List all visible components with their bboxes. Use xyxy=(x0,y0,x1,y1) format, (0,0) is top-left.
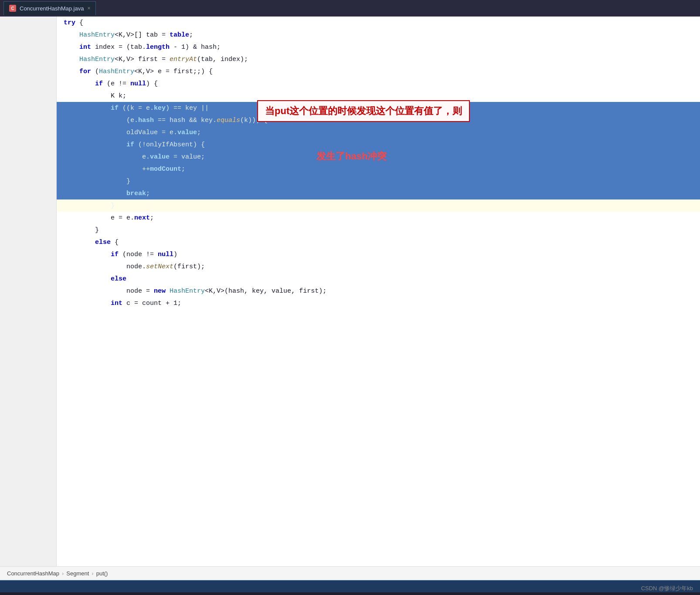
code-line-10: oldValue = e.value; xyxy=(57,126,700,139)
line-number-gutter xyxy=(0,17,57,566)
status-bar: CSDN @惨绿少年kb xyxy=(0,580,700,592)
code-line-15: break; xyxy=(57,187,700,199)
code-area: try { HashEntry<K,V>[] tab = table; int … xyxy=(0,17,700,566)
code-line-4: HashEntry<K,V> first = entryAt(tab, inde… xyxy=(57,53,700,65)
code-line-20: if (node != null) xyxy=(57,248,700,260)
breadcrumb-sep2: › xyxy=(92,570,93,577)
annotation-box-1: 当put这个位置的时候发现这个位置有值了，则 xyxy=(257,100,470,122)
code-line-22: else xyxy=(57,273,700,285)
breadcrumb-part1: ConcurrentHashMap xyxy=(7,570,59,577)
title-bar: C ConcurrentHashMap.java × xyxy=(0,0,700,17)
breadcrumb-bar: ConcurrentHashMap › Segment › put() xyxy=(0,566,700,580)
code-line-5: for (HashEntry<K,V> e = first;;) { xyxy=(57,65,700,78)
breadcrumb-part3: put() xyxy=(96,570,108,577)
csdn-watermark: CSDN @惨绿少年kb xyxy=(641,585,693,592)
code-line-3: int index = (tab.length - 1) & hash; xyxy=(57,41,700,53)
file-tab[interactable]: C ConcurrentHashMap.java × xyxy=(3,1,96,15)
code-line-24: int c = count + 1; xyxy=(57,297,700,309)
code-line-18: } xyxy=(57,224,700,236)
annotation-box-2: 发生了hash冲突 xyxy=(309,147,394,166)
code-line-17: e = e.next; xyxy=(57,212,700,224)
tab-close-button[interactable]: × xyxy=(87,5,90,11)
code-line-16: } xyxy=(57,199,700,212)
code-line-21: node.setNext(first); xyxy=(57,260,700,273)
code-line-14: } xyxy=(57,175,700,187)
code-line-1: try { xyxy=(57,17,700,29)
breadcrumb-sep1: › xyxy=(62,570,64,577)
code-line-19: else { xyxy=(57,236,700,248)
kw-try: try xyxy=(64,19,75,27)
code-line-23: node = new HashEntry<K,V>(hash, key, val… xyxy=(57,285,700,297)
code-line-6: if (e != null) { xyxy=(57,78,700,90)
file-icon: C xyxy=(9,5,16,12)
code-content: try { HashEntry<K,V>[] tab = table; int … xyxy=(57,17,700,566)
tab-filename: ConcurrentHashMap.java xyxy=(20,5,84,12)
code-line-2: HashEntry<K,V>[] tab = table; xyxy=(57,29,700,41)
breadcrumb-part2: Segment xyxy=(66,570,89,577)
